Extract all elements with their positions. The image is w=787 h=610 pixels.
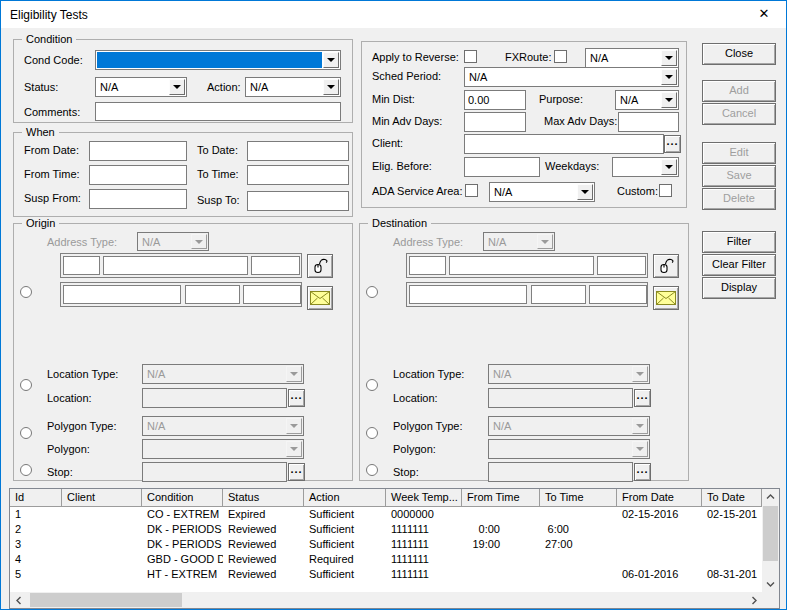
destination-address-street-field[interactable]	[449, 256, 594, 275]
fxroute-checkbox[interactable]	[554, 50, 567, 63]
ada-area-combo[interactable]: N/A	[489, 182, 595, 202]
min-dist-input[interactable]	[464, 90, 526, 110]
origin-map-pick-button[interactable]	[307, 254, 333, 278]
column-header[interactable]: Client	[62, 489, 142, 507]
origin-polygon-type-label: Polygon Type:	[47, 420, 117, 432]
apply-to-reverse-checkbox[interactable]	[464, 50, 477, 63]
destination-address-zip-field[interactable]	[589, 285, 647, 304]
table-row[interactable]: 5HT - EXTREMReviewedSufficient111111106-…	[10, 567, 762, 582]
origin-location-type-combo: N/A	[142, 364, 304, 384]
purpose-combo[interactable]: N/A	[615, 90, 679, 110]
table-cell: CO - EXTREM	[142, 507, 223, 522]
scroll-down-button[interactable]	[762, 576, 779, 592]
ada-service-area-checkbox[interactable]	[465, 184, 478, 197]
column-header[interactable]: Id	[10, 489, 62, 507]
origin-location-browse-button[interactable]: ...	[288, 389, 305, 407]
elig-before-input[interactable]	[464, 157, 540, 177]
filter-button[interactable]: Filter	[702, 231, 776, 253]
table-row[interactable]: 3DK - PERIODSReviewedSufficient111111119…	[10, 537, 762, 552]
table-row[interactable]: 1CO - EXTREMExpiredSufficient000000002-1…	[10, 507, 762, 522]
column-header[interactable]: From Date	[617, 489, 702, 507]
chevron-down-icon[interactable]	[661, 69, 677, 85]
origin-stop-radio[interactable]	[20, 464, 32, 476]
destination-address-city-field[interactable]	[409, 285, 527, 304]
title-bar[interactable]: Eligibility Tests ✕	[1, 1, 786, 28]
table-row[interactable]: 4GBD - GOOD DReviewedRequired1111111	[10, 552, 762, 567]
destination-map-pick-button[interactable]	[653, 254, 679, 278]
column-header[interactable]: From Time	[462, 489, 540, 507]
destination-address-unit-field[interactable]	[597, 256, 646, 275]
clear-filter-button[interactable]: Clear Filter	[702, 254, 776, 276]
table-cell	[462, 552, 540, 567]
fxroute-combo[interactable]: N/A	[585, 48, 679, 68]
comments-input[interactable]	[95, 102, 341, 121]
scroll-right-button[interactable]	[745, 592, 762, 608]
origin-address-type-label: Address Type:	[47, 236, 117, 248]
susp-to-input[interactable]	[247, 191, 349, 211]
chevron-down-icon[interactable]	[661, 92, 677, 108]
table-horizontal-scrollbar[interactable]	[10, 592, 762, 608]
chevron-down-icon[interactable]	[323, 79, 339, 95]
column-header[interactable]: Status	[223, 489, 304, 507]
max-adv-days-input[interactable]	[618, 112, 679, 132]
custom-checkbox[interactable]	[659, 184, 672, 197]
horizontal-scroll-thumb[interactable]	[30, 593, 182, 607]
from-date-input[interactable]	[89, 141, 187, 161]
susp-from-input[interactable]	[89, 189, 187, 209]
chevron-down-icon[interactable]	[661, 50, 677, 66]
column-header[interactable]: To Date	[702, 489, 762, 507]
table-cell: 6:00	[540, 522, 617, 537]
to-date-label: To Date:	[197, 144, 238, 156]
destination-address-radio[interactable]	[366, 286, 378, 298]
destination-stop-radio[interactable]	[366, 464, 378, 476]
origin-address-unit-field[interactable]	[251, 256, 300, 275]
origin-stop-browse-button[interactable]: ...	[288, 463, 305, 481]
scroll-left-button[interactable]	[10, 592, 27, 608]
to-time-input[interactable]	[247, 165, 349, 185]
table-cell: 4	[10, 552, 62, 567]
close-button[interactable]: Close	[702, 43, 776, 65]
comments-label: Comments:	[24, 106, 80, 118]
min-adv-days-input[interactable]	[464, 112, 526, 132]
close-window-button[interactable]: ✕	[742, 1, 786, 28]
table-cell: 06-01-2016	[617, 567, 702, 582]
table-row[interactable]: 2DK - PERIODSReviewedSufficient11111110:…	[10, 522, 762, 537]
origin-location-radio[interactable]	[20, 379, 32, 391]
client-input[interactable]	[464, 134, 664, 154]
column-header[interactable]: Condition	[142, 489, 223, 507]
destination-stop-browse-button[interactable]: ...	[634, 463, 651, 481]
destination-mail-button[interactable]	[653, 286, 679, 310]
chevron-down-icon[interactable]	[661, 159, 677, 175]
from-time-input[interactable]	[89, 165, 187, 185]
column-header[interactable]: Week Temp...	[386, 489, 462, 507]
origin-polygon-radio[interactable]	[20, 427, 32, 439]
chevron-down-icon[interactable]	[577, 184, 593, 200]
column-header[interactable]: Action	[304, 489, 386, 507]
origin-mail-button[interactable]	[307, 286, 333, 310]
sched-period-combo[interactable]: N/A	[464, 67, 679, 87]
origin-address-city-field[interactable]	[63, 285, 181, 304]
origin-address-state-field[interactable]	[185, 285, 240, 304]
origin-address-radio[interactable]	[20, 286, 32, 298]
destination-location-browse-button[interactable]: ...	[634, 389, 651, 407]
column-header[interactable]: To Time	[540, 489, 617, 507]
destination-location-radio[interactable]	[366, 379, 378, 391]
chevron-down-icon[interactable]	[169, 79, 185, 95]
scroll-up-button[interactable]	[762, 489, 779, 505]
origin-address-street-field[interactable]	[103, 256, 248, 275]
chevron-down-icon[interactable]	[323, 52, 339, 68]
table-vertical-scrollbar[interactable]	[762, 489, 779, 592]
destination-address-number-field[interactable]	[409, 256, 446, 275]
status-combo[interactable]: N/A	[95, 77, 187, 97]
destination-address-state-field[interactable]	[531, 285, 586, 304]
destination-polygon-radio[interactable]	[366, 427, 378, 439]
to-date-input[interactable]	[247, 141, 349, 161]
action-combo[interactable]: N/A	[245, 77, 341, 97]
client-browse-button[interactable]: ...	[664, 135, 681, 153]
weekdays-combo[interactable]	[612, 157, 679, 177]
origin-address-zip-field[interactable]	[243, 285, 301, 304]
origin-address-number-field[interactable]	[63, 256, 100, 275]
display-button[interactable]: Display	[702, 277, 776, 299]
cond-code-combo[interactable]	[95, 50, 341, 70]
vertical-scroll-thumb[interactable]	[763, 506, 778, 561]
